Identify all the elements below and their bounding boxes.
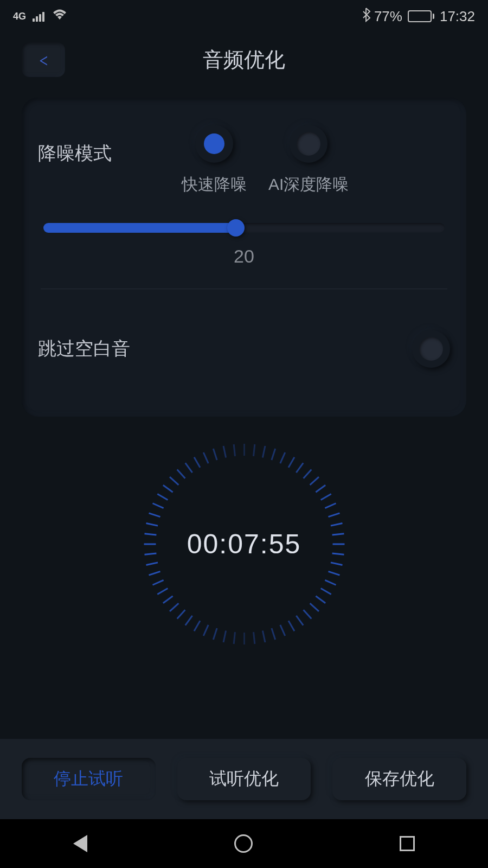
- battery-percent: 77%: [374, 8, 402, 25]
- status-left: 4G: [13, 9, 67, 24]
- skip-silence-toggle[interactable]: [412, 330, 450, 368]
- noise-slider[interactable]: 20: [43, 223, 445, 267]
- page-title: 音频优化: [203, 46, 285, 74]
- nav-home-icon[interactable]: [234, 834, 253, 853]
- skip-silence-label: 跳过空白音: [38, 336, 130, 361]
- radio-fast-label: 快速降噪: [182, 174, 247, 196]
- nav-back-icon[interactable]: [73, 835, 87, 852]
- timer-container: 00:07:55: [0, 444, 488, 644]
- radio-fast-noise[interactable]: 快速降噪: [182, 125, 247, 196]
- radio-ai-noise[interactable]: AI深度降噪: [268, 125, 349, 196]
- status-right: 77% 17:32: [361, 7, 475, 25]
- nav-recent-icon[interactable]: [400, 836, 415, 851]
- save-button[interactable]: 保存优化: [332, 758, 466, 800]
- chevron-left-icon: ＜: [36, 46, 51, 74]
- noise-mode-options: 快速降噪 AI深度降噪: [163, 125, 450, 196]
- network-4g-label: 4G: [13, 11, 26, 22]
- noise-mode-label: 降噪模式: [38, 125, 163, 166]
- bottom-action-bar: 停止试听 试听优化 保存优化: [0, 739, 488, 819]
- android-nav-bar: [0, 819, 488, 868]
- status-time: 17:32: [440, 8, 475, 25]
- slider-value: 20: [43, 246, 445, 267]
- slider-fill: [43, 223, 236, 233]
- status-bar: 4G 77% 17:32: [0, 0, 488, 33]
- wifi-icon: [52, 9, 67, 24]
- signal-icon: [33, 11, 44, 22]
- settings-card: 降噪模式 快速降噪 AI深度降噪 20 跳过空白音: [22, 98, 466, 417]
- slider-track: [43, 223, 445, 233]
- preview-button[interactable]: 试听优化: [177, 758, 311, 800]
- divider: [41, 289, 447, 289]
- radio-circle-selected: [195, 125, 233, 163]
- skip-silence-section: 跳过空白音: [38, 311, 450, 384]
- back-button[interactable]: ＜: [22, 42, 65, 77]
- bluetooth-icon: [361, 7, 371, 25]
- slider-thumb[interactable]: [227, 219, 245, 237]
- radio-ai-label: AI深度降噪: [268, 174, 349, 196]
- timer-dial: 00:07:55: [144, 444, 344, 644]
- radio-circle-unselected: [290, 125, 328, 163]
- battery-icon: [408, 10, 434, 22]
- noise-reduction-section: 降噪模式 快速降噪 AI深度降噪: [38, 125, 450, 196]
- stop-preview-button[interactable]: 停止试听: [22, 758, 156, 800]
- header: ＜ 音频优化: [0, 33, 488, 87]
